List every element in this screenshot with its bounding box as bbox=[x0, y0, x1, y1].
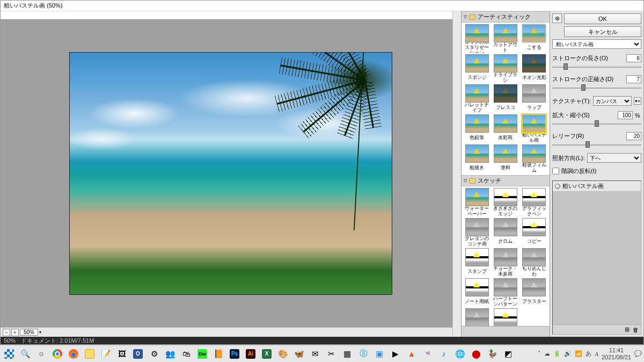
filter-thumbnail[interactable]: 色鉛筆 bbox=[463, 114, 491, 143]
relief-slider[interactable] bbox=[552, 141, 641, 148]
music-icon[interactable]: ♪ bbox=[437, 347, 451, 361]
filter-thumbnail[interactable]: チョーク・木炭画 bbox=[492, 248, 519, 277]
clock[interactable]: 11:41 2021/08/21 bbox=[602, 347, 631, 360]
start-button[interactable] bbox=[2, 347, 16, 361]
filter-thumbnail[interactable]: 浅浮彫り bbox=[463, 308, 491, 326]
app2-icon[interactable]: ༄ bbox=[421, 347, 435, 361]
excel-icon[interactable]: X bbox=[260, 347, 274, 361]
scaling-slider[interactable] bbox=[552, 120, 641, 127]
category-sketch[interactable]: ▽ スケッチ bbox=[462, 175, 550, 186]
ok-button[interactable]: OK bbox=[564, 13, 641, 24]
texture-select[interactable]: カンバス bbox=[593, 96, 632, 106]
settings-icon[interactable]: ⚙ bbox=[147, 347, 161, 361]
photos-icon[interactable]: 🖼 bbox=[115, 347, 129, 361]
filter-thumbnail[interactable]: ぎざぎざのエッジ bbox=[492, 188, 519, 217]
texture-menu-icon[interactable]: ▾≡ bbox=[634, 97, 641, 105]
tray-input-icon[interactable]: A bbox=[595, 351, 598, 357]
visibility-icon[interactable] bbox=[555, 184, 560, 189]
duck-icon[interactable]: 🦆 bbox=[485, 347, 499, 361]
zoom-value[interactable]: 50% bbox=[20, 329, 38, 336]
filter-thumbnail[interactable]: スタンプ bbox=[463, 248, 491, 277]
filter-thumbnail[interactable]: クロム bbox=[492, 218, 519, 247]
skype-icon[interactable]: Ⓢ bbox=[356, 347, 370, 361]
category-artistic[interactable]: ▽ アーティスティック bbox=[462, 11, 550, 23]
zoom-in-button[interactable]: + bbox=[11, 329, 19, 336]
zoom-dropdown-icon[interactable]: ▾ bbox=[39, 330, 41, 335]
thumbnail-label: ハーフトーンパターン bbox=[492, 296, 519, 307]
app3-icon[interactable]: ◩ bbox=[501, 347, 515, 361]
tray-wifi-icon[interactable]: 📶 bbox=[575, 350, 582, 357]
zoom-icon[interactable]: ▣ bbox=[372, 347, 386, 361]
vlc-icon[interactable]: ▲ bbox=[405, 347, 419, 361]
delete-layer-icon[interactable]: 🗑 bbox=[633, 327, 639, 333]
filter-thumbnail[interactable]: ウォーターペーパー bbox=[463, 188, 491, 217]
filter-thumbnail[interactable]: ハーフトーンパターン bbox=[492, 278, 519, 307]
new-layer-icon[interactable]: ⊞ bbox=[625, 326, 630, 333]
media-icon[interactable]: ▶ bbox=[389, 347, 402, 361]
filter-thumbnail[interactable]: 水彩画 bbox=[492, 114, 519, 143]
firefox-icon[interactable] bbox=[67, 347, 80, 361]
stroke-detail-input[interactable] bbox=[626, 75, 641, 83]
filter-thumbnail[interactable]: プラスター bbox=[521, 278, 548, 307]
filter-thumbnail[interactable]: 粒状フィルム bbox=[521, 144, 548, 173]
preview-scrollbar[interactable] bbox=[452, 11, 461, 337]
filter-thumbnail[interactable]: ノート用紙 bbox=[463, 278, 491, 307]
photoshop-icon[interactable]: Ps bbox=[228, 347, 241, 361]
filter-thumbnail[interactable]: クレヨンのコンテ画 bbox=[463, 218, 491, 247]
filter-name-select[interactable]: 粗いパステル画 bbox=[552, 39, 641, 49]
sublime-icon[interactable]: 📙 bbox=[211, 347, 225, 361]
chrome-icon[interactable] bbox=[50, 347, 64, 361]
snip-icon[interactable]: ✂ bbox=[324, 347, 338, 361]
expand-button[interactable]: ⊗ bbox=[552, 13, 562, 23]
filter-thumbnail[interactable]: 塗料 bbox=[492, 144, 519, 173]
filter-thumbnail[interactable]: 粗描き bbox=[463, 144, 491, 173]
filter-thumbnail[interactable]: 粗いパステル画 bbox=[521, 114, 548, 143]
filter-thumbnail[interactable]: グラフィックペン bbox=[521, 188, 548, 217]
filter-thumbnail[interactable]: フレスコ bbox=[492, 84, 519, 113]
filter-thumbnail[interactable]: ちりめんじわ bbox=[521, 248, 548, 277]
record-icon[interactable]: ⬤ bbox=[469, 347, 483, 361]
cortana-icon[interactable]: ○ bbox=[34, 347, 48, 361]
explorer-icon[interactable] bbox=[83, 347, 97, 361]
app-icon[interactable]: ▦ bbox=[340, 347, 354, 361]
tray-chevron-icon[interactable]: ˄ bbox=[538, 350, 541, 357]
filter-thumbnail[interactable]: こする bbox=[521, 24, 548, 53]
mail-icon[interactable]: ✉ bbox=[308, 347, 322, 361]
dreamweaver-icon[interactable]: Dw bbox=[195, 347, 209, 361]
filter-thumbnail[interactable]: エッジのポスタリゼーション bbox=[463, 24, 491, 53]
stroke-length-input[interactable] bbox=[626, 54, 641, 62]
filter-thumbnail[interactable]: コピー bbox=[521, 218, 548, 247]
filter-thumbnail[interactable]: ネオン光彩 bbox=[521, 54, 548, 83]
outlook-icon[interactable]: O bbox=[131, 347, 145, 361]
filter-thumbnail[interactable]: パレットナイフ bbox=[463, 84, 491, 113]
filter-thumbnail[interactable]: 木炭画 bbox=[492, 308, 519, 326]
effect-layer-row[interactable]: 粗いパステル画 bbox=[553, 181, 641, 192]
notepad-icon[interactable]: 📝 bbox=[99, 347, 113, 361]
filter-thumbnail[interactable]: カットアウト bbox=[492, 24, 519, 53]
filter-thumbnail[interactable]: ドライブラシ bbox=[492, 54, 519, 83]
filter-thumbnail[interactable]: スポンジ bbox=[463, 54, 491, 83]
tray-cloud-icon[interactable]: ☁ bbox=[544, 350, 550, 357]
stroke-detail-slider[interactable] bbox=[552, 84, 641, 91]
stroke-length-slider[interactable] bbox=[552, 63, 641, 70]
notifications-icon[interactable]: 💬 bbox=[634, 350, 642, 357]
filter-thumbnail[interactable]: ラップ bbox=[521, 84, 548, 113]
canvas-viewport[interactable] bbox=[1, 20, 452, 327]
paint-icon[interactable]: 🎨 bbox=[276, 347, 290, 361]
store-icon[interactable]: 🛍 bbox=[179, 347, 193, 361]
cancel-button[interactable]: キャンセル bbox=[564, 26, 641, 37]
zoom-out-button[interactable]: − bbox=[3, 329, 10, 336]
filter-scroll[interactable]: ▽ アーティスティック エッジのポスタリゼーションカットアウトこするスポンジドラ… bbox=[462, 11, 550, 326]
scaling-input[interactable] bbox=[618, 111, 633, 119]
invert-checkbox[interactable] bbox=[552, 168, 559, 175]
globe-icon[interactable]: 🌐 bbox=[453, 347, 467, 361]
tray-battery-icon[interactable]: 🔋 bbox=[553, 350, 561, 357]
tray-ime-icon[interactable]: あ bbox=[586, 350, 591, 358]
illustrator-icon[interactable]: Ai bbox=[244, 347, 258, 361]
relief-input[interactable] bbox=[626, 132, 641, 140]
teams-icon[interactable]: 👥 bbox=[163, 347, 177, 361]
butterfly-icon[interactable]: 🦋 bbox=[292, 347, 306, 361]
tray-volume-icon[interactable]: 🔊 bbox=[564, 350, 572, 357]
search-icon[interactable]: 🔍 bbox=[18, 347, 32, 361]
light-select[interactable]: 下へ bbox=[587, 153, 642, 163]
